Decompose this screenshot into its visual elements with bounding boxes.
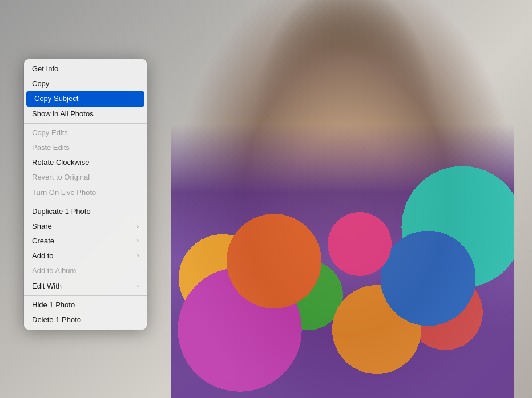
menu-item-add-to-album: Add to Album [24, 263, 147, 278]
context-menu: Get InfoCopyCopy SubjectShow in All Phot… [24, 59, 147, 330]
separator-after-edit-with [24, 295, 147, 296]
menu-item-label-copy-edits: Copy Edits [32, 128, 139, 138]
menu-item-label-share: Share [32, 221, 137, 232]
menu-item-paste-edits: Paste Edits [24, 140, 147, 155]
menu-item-revert-to-original: Revert to Original [24, 170, 147, 185]
menu-item-copy[interactable]: Copy [24, 76, 147, 91]
menu-item-delete-1-photo[interactable]: Delete 1 Photo [24, 312, 147, 327]
menu-item-label-add-to: Add to [32, 251, 137, 261]
menu-item-label-copy: Copy [32, 79, 139, 89]
menu-item-label-delete-1-photo: Delete 1 Photo [32, 315, 139, 325]
menu-item-turn-on-live-photo: Turn On Live Photo [24, 185, 147, 200]
separator-after-show-in-all-photos [24, 123, 147, 124]
menu-item-rotate-clockwise[interactable]: Rotate Clockwise [24, 155, 147, 170]
menu-item-show-in-all-photos[interactable]: Show in All Photos [24, 107, 147, 121]
menu-item-label-duplicate-1-photo: Duplicate 1 Photo [32, 206, 139, 217]
menu-item-label-show-in-all-photos: Show in All Photos [32, 109, 139, 119]
menu-item-get-info[interactable]: Get Info [24, 62, 147, 76]
separator-after-turn-on-live-photo [24, 202, 147, 202]
submenu-chevron-edit-with: › [137, 282, 139, 290]
menu-item-add-to[interactable]: Add to› [24, 249, 147, 263]
menu-item-label-revert-to-original: Revert to Original [32, 172, 139, 182]
menu-item-duplicate-1-photo[interactable]: Duplicate 1 Photo [24, 204, 147, 219]
menu-item-create[interactable]: Create› [24, 234, 147, 249]
menu-item-label-copy-subject: Copy Subject [34, 94, 136, 104]
menu-item-hide-1-photo[interactable]: Hide 1 Photo [24, 298, 147, 312]
menu-item-label-create: Create [32, 236, 137, 246]
menu-item-copy-subject[interactable]: Copy Subject [26, 91, 144, 106]
menu-item-label-edit-with: Edit With [32, 281, 137, 291]
submenu-chevron-add-to: › [137, 252, 139, 260]
menu-item-label-rotate-clockwise: Rotate Clockwise [32, 157, 139, 168]
submenu-chevron-share: › [137, 222, 139, 230]
menu-item-label-turn-on-live-photo: Turn On Live Photo [32, 188, 139, 198]
menu-item-label-paste-edits: Paste Edits [32, 143, 139, 153]
submenu-chevron-create: › [137, 237, 139, 245]
menu-item-share[interactable]: Share› [24, 219, 147, 234]
menu-item-label-hide-1-photo: Hide 1 Photo [32, 300, 139, 310]
menu-item-edit-with[interactable]: Edit With› [24, 279, 147, 294]
menu-item-label-add-to-album: Add to Album [32, 266, 139, 276]
menu-item-copy-edits: Copy Edits [24, 125, 147, 140]
menu-item-label-get-info: Get Info [32, 64, 139, 74]
